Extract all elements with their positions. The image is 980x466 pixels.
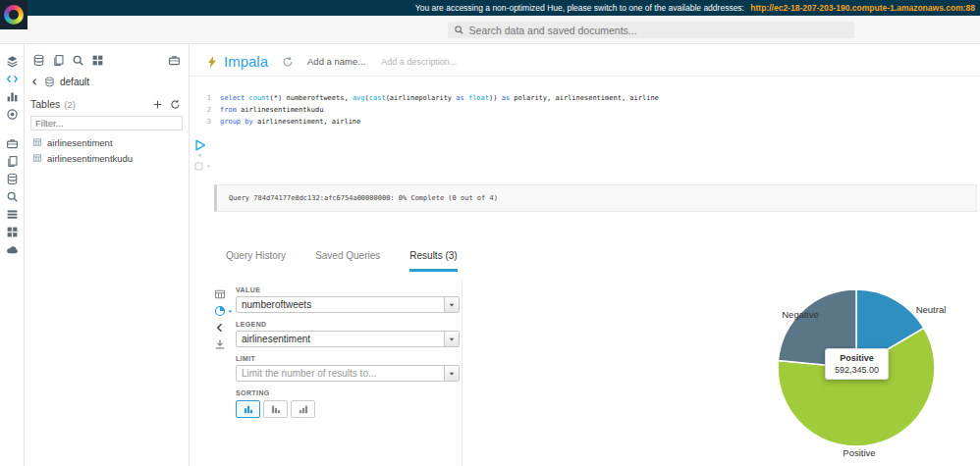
chart-type-picker[interactable] xyxy=(214,305,234,317)
database-breadcrumb: default xyxy=(25,72,189,91)
results-panel: VALUEnumberoftweetsLEGENDairlinesentimen… xyxy=(190,280,980,466)
table-filter-input[interactable] xyxy=(35,118,178,129)
grid-icon xyxy=(91,54,104,67)
chart-type-pie-icon xyxy=(214,305,226,317)
table-item[interactable]: airlinesentiment xyxy=(25,134,189,150)
hue-logo[interactable] xyxy=(0,0,27,29)
table-icon xyxy=(32,153,42,163)
execute-options-caret-icon[interactable] xyxy=(196,152,203,159)
add-table-icon[interactable] xyxy=(152,99,163,110)
impala-icon xyxy=(205,55,219,69)
results-grid-icon[interactable] xyxy=(214,288,226,300)
value-select[interactable]: numberoftweets xyxy=(236,296,460,313)
table-name: airlinesentimentkudu xyxy=(47,153,133,164)
dropdown-button[interactable] xyxy=(444,366,459,381)
sidebar-item-cloud[interactable] xyxy=(6,242,19,255)
database-name[interactable]: default xyxy=(60,77,89,87)
assist-panel: default Tables (2) airlinesentimentairli… xyxy=(25,44,190,466)
sidebar-item-layers[interactable] xyxy=(6,54,19,67)
database-icon xyxy=(6,173,19,185)
query-status-text: Query 784d74177e8dc132:afc6754a00000000:… xyxy=(229,194,498,202)
warning-banner: You are accessing a non-optimized Hue, p… xyxy=(0,0,980,16)
sidebar-item-grid[interactable] xyxy=(6,225,19,237)
query-description-field[interactable]: Add a description... xyxy=(381,57,457,67)
sort-desc-button[interactable] xyxy=(263,400,288,418)
sidebar-item-documents[interactable] xyxy=(6,154,19,167)
line-number: 1 xyxy=(190,92,220,104)
snippet-settings-icon[interactable] xyxy=(193,161,204,172)
hue-logo-icon xyxy=(4,5,24,25)
banner-message: You are accessing a non-optimized Hue, p… xyxy=(415,3,744,13)
download-results-icon[interactable] xyxy=(214,338,226,350)
hue-app: You are accessing a non-optimized Hue, p… xyxy=(0,0,980,466)
sidebar-item-aperture[interactable] xyxy=(6,107,19,120)
engine-title[interactable]: Impala xyxy=(224,53,268,70)
code-line: 3group by airlinesentiment, airline xyxy=(190,116,980,128)
chart-settings-form: VALUEnumberoftweetsLEGENDairlinesentimen… xyxy=(236,285,460,418)
pie-label-positive: Positive xyxy=(843,447,875,458)
tables-label: Tables xyxy=(30,98,60,110)
snippet-settings-caret-icon[interactable] xyxy=(205,163,212,170)
query-history-icon[interactable] xyxy=(282,56,294,68)
banner-address-link[interactable]: http://ec2-18-207-203-190.compute-1.amaz… xyxy=(750,3,975,13)
query-name-field[interactable]: Add a name... xyxy=(307,56,365,67)
tab-saved-queries[interactable]: Saved Queries xyxy=(315,250,380,272)
sidebar-item-briefcase[interactable] xyxy=(6,136,19,149)
aperture-icon xyxy=(6,108,19,121)
tooltip-title: Positive xyxy=(835,353,879,363)
sort-asc-icon xyxy=(298,403,309,415)
database-icon xyxy=(44,77,55,87)
tab-query-history[interactable]: Query History xyxy=(226,250,286,272)
layers-icon xyxy=(6,55,19,68)
legend-label: LEGEND xyxy=(236,321,460,328)
collapse-results-icon[interactable] xyxy=(214,322,226,334)
assist-item-documents[interactable] xyxy=(52,53,65,66)
limit-select-value: Limit the number of results to... xyxy=(237,368,444,379)
assist-item-briefcase[interactable] xyxy=(168,53,181,66)
sidebar-item-code[interactable] xyxy=(6,72,19,84)
documents-icon xyxy=(52,54,65,67)
dropdown-button[interactable] xyxy=(444,297,459,312)
sort-asc-button[interactable] xyxy=(291,400,315,418)
tables-header: Tables (2) xyxy=(25,91,189,114)
code-line: 1select count(*) numberoftweets, avg(cas… xyxy=(190,92,980,104)
pie-chart xyxy=(471,280,980,466)
sidebar-item-search[interactable] xyxy=(6,189,19,202)
results-divider xyxy=(462,280,463,466)
sort-default-icon xyxy=(243,403,254,415)
query-status-bar: Query 784d74177e8dc132:afc6754a00000000:… xyxy=(214,184,977,212)
assist-item-search[interactable] xyxy=(72,53,84,66)
tables-list: airlinesentimentairlinesentimentkudu xyxy=(25,134,189,166)
line-number: 2 xyxy=(190,104,220,116)
rows-icon xyxy=(6,208,19,221)
code-text: select count(*) numberoftweets, avg(cast… xyxy=(220,92,659,104)
limit-select[interactable]: Limit the number of results to... xyxy=(236,365,460,382)
execute-button[interactable] xyxy=(193,138,207,152)
code-text: group by airlinesentiment, airline xyxy=(220,116,360,128)
sidebar-item-database[interactable] xyxy=(6,172,19,184)
caret-down-icon xyxy=(448,301,456,309)
refresh-tables-icon[interactable] xyxy=(170,99,181,110)
sorting-buttons xyxy=(236,400,460,418)
dropdown-button[interactable] xyxy=(444,332,459,346)
left-nav-bar xyxy=(0,44,25,466)
sidebar-item-rows[interactable] xyxy=(6,207,19,220)
table-filter[interactable] xyxy=(30,116,183,130)
legend-select-value: airlinesentiment xyxy=(237,334,444,344)
caret-down-icon xyxy=(448,336,456,343)
table-item[interactable]: airlinesentimentkudu xyxy=(25,150,189,166)
sort-default-button[interactable] xyxy=(236,400,260,418)
assist-item-database[interactable] xyxy=(32,53,45,66)
tab-results-3[interactable]: Results (3) xyxy=(409,250,457,272)
global-search-input[interactable] xyxy=(469,25,848,36)
back-chevron-icon[interactable] xyxy=(30,78,39,86)
assist-item-grid[interactable] xyxy=(91,53,104,66)
sidebar-item-bar-chart[interactable] xyxy=(6,89,19,102)
briefcase-icon xyxy=(6,137,19,150)
table-name: airlinesentiment xyxy=(47,137,113,148)
legend-select[interactable]: airlinesentiment xyxy=(236,331,460,347)
table-icon xyxy=(32,137,42,147)
global-search[interactable] xyxy=(448,22,854,38)
grid-icon xyxy=(6,226,19,238)
sql-editor[interactable]: 1select count(*) numberoftweets, avg(cas… xyxy=(190,92,980,128)
